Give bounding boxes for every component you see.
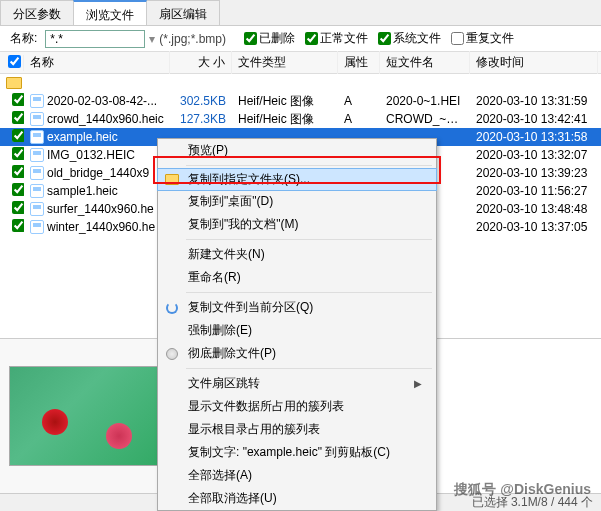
menu-force-delete[interactable]: 强制删除(E) [158, 319, 436, 342]
parent-folder-row[interactable] [0, 74, 601, 92]
file-icon [30, 148, 44, 162]
header-check[interactable] [6, 55, 24, 71]
file-icon [30, 202, 44, 216]
checkbox-normal[interactable]: 正常文件 [305, 30, 368, 47]
menu-new-folder[interactable]: 新建文件夹(N) [158, 243, 436, 266]
menu-copy-to-folder[interactable]: 复制到指定文件夹(S)... [157, 168, 437, 191]
file-icon [30, 94, 44, 108]
column-headers: 名称 大 小 文件类型 属性 短文件名 修改时间 [0, 52, 601, 74]
tab-partition-params[interactable]: 分区参数 [0, 0, 74, 25]
filter-label: 名称: [6, 30, 41, 47]
restore-icon [164, 300, 180, 316]
header-name[interactable]: 名称 [24, 51, 170, 74]
tab-sector-edit[interactable]: 扇区编辑 [146, 0, 220, 25]
filter-hint: (*.jpg;*.bmp) [159, 32, 226, 46]
file-icon [30, 184, 44, 198]
header-size[interactable]: 大 小 [170, 51, 232, 74]
menu-sector-jump[interactable]: 文件扇区跳转▶ [158, 372, 436, 395]
file-icon [30, 112, 44, 126]
table-row[interactable]: 2020-02-03-08-42-...302.5KBHeif/Heic 图像A… [0, 92, 601, 110]
file-icon [30, 166, 44, 180]
filter-input[interactable] [45, 30, 145, 48]
table-row[interactable]: crowd_1440x960.heic127.3KBHeif/Heic 图像AC… [0, 110, 601, 128]
row-checkbox[interactable] [12, 111, 24, 124]
checkbox-deleted[interactable]: 已删除 [244, 30, 295, 47]
row-checkbox[interactable] [12, 183, 24, 196]
menu-show-root-clusters[interactable]: 显示根目录占用的簇列表 [158, 418, 436, 441]
row-checkbox[interactable] [12, 93, 24, 106]
header-attr[interactable]: 属性 [338, 51, 380, 74]
row-checkbox[interactable] [12, 219, 24, 232]
menu-copy-to-partition[interactable]: 复制文件到当前分区(Q) [158, 296, 436, 319]
preview-image [9, 366, 159, 466]
tab-browse-files[interactable]: 浏览文件 [73, 0, 147, 25]
dropdown-icon[interactable]: ▾ [149, 32, 155, 46]
checkbox-duplicate[interactable]: 重复文件 [451, 30, 514, 47]
menu-select-all[interactable]: 全部选择(A) [158, 464, 436, 487]
menu-preview[interactable]: 预览(P) [158, 139, 436, 162]
header-type[interactable]: 文件类型 [232, 51, 338, 74]
header-short[interactable]: 短文件名 [380, 51, 470, 74]
menu-copy-to-documents[interactable]: 复制到"我的文档"(M) [158, 213, 436, 236]
file-icon [30, 130, 44, 144]
filter-bar: 名称: ▾ (*.jpg;*.bmp) 已删除 正常文件 系统文件 重复文件 [0, 26, 601, 52]
folder-icon [164, 172, 180, 188]
status-text: 已选择 3.1M/8 / 444 个 [472, 494, 593, 511]
tab-bar: 分区参数 浏览文件 扇区编辑 [0, 0, 601, 26]
menu-show-file-clusters[interactable]: 显示文件数据所占用的簇列表 [158, 395, 436, 418]
menu-copy-to-desktop[interactable]: 复制到"桌面"(D) [158, 190, 436, 213]
row-checkbox[interactable] [12, 165, 24, 178]
disk-icon [164, 346, 180, 362]
row-checkbox[interactable] [12, 201, 24, 214]
header-date[interactable]: 修改时间 [470, 51, 598, 74]
context-menu: 预览(P) 复制到指定文件夹(S)... 复制到"桌面"(D) 复制到"我的文档… [157, 138, 437, 511]
row-checkbox[interactable] [12, 129, 24, 142]
preview-pane [0, 339, 168, 493]
menu-deselect-all[interactable]: 全部取消选择(U) [158, 487, 436, 510]
folder-icon [6, 77, 22, 89]
row-checkbox[interactable] [12, 147, 24, 160]
menu-permanent-delete[interactable]: 彻底删除文件(P) [158, 342, 436, 365]
menu-rename[interactable]: 重命名(R) [158, 266, 436, 289]
file-icon [30, 220, 44, 234]
submenu-arrow-icon: ▶ [414, 378, 422, 389]
checkbox-system[interactable]: 系统文件 [378, 30, 441, 47]
menu-copy-text[interactable]: 复制文字: "example.heic" 到剪贴板(C) [158, 441, 436, 464]
